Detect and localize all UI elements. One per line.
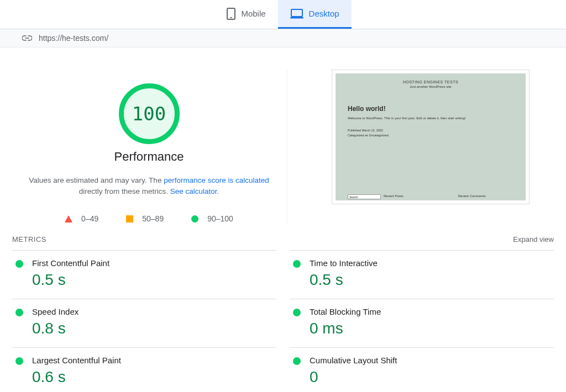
score-value: 100 (132, 103, 166, 125)
summary-section: 100 Performance Values are estimated and… (0, 47, 566, 229)
square-icon (126, 215, 133, 223)
score-description: Values are estimated and may vary. The p… (28, 175, 270, 197)
preview-site-title: HOSTING ENGINES TESTS (348, 80, 513, 84)
svg-rect-1 (230, 17, 232, 18)
metric-value: 0 (310, 368, 397, 386)
metric-label: Largest Contentful Paint (32, 356, 121, 365)
status-dot-icon (15, 357, 23, 365)
status-dot-icon (15, 309, 23, 316)
score-legend: 0–49 50–89 90–100 (28, 214, 270, 223)
metric-label: Cumulative Layout Shift (310, 356, 397, 365)
status-dot-icon (293, 260, 301, 268)
metric-value: 0.8 s (32, 320, 78, 337)
tab-mobile[interactable]: Mobile (214, 0, 277, 29)
metrics-title: METRICS (12, 235, 46, 243)
link-score-calc[interactable]: performance score is calculated (164, 176, 269, 184)
tab-mobile-label: Mobile (241, 9, 265, 18)
preview-footer: Search Recent Posts Recent Comments (336, 192, 526, 200)
metric-si: Speed Index 0.8 s (12, 299, 276, 347)
metric-value: 0.6 s (32, 368, 121, 386)
legend-mid: 50–89 (126, 214, 164, 223)
circle-icon (191, 215, 198, 223)
score-title: Performance (28, 150, 270, 164)
metric-tti: Time to Interactive 0.5 s (290, 250, 554, 299)
tab-desktop[interactable]: Desktop (278, 0, 352, 29)
expand-view-link[interactable]: Expand view (513, 235, 554, 243)
metric-label: First Contentful Paint (32, 258, 109, 268)
preview-search: Search (348, 194, 381, 199)
metric-tbt: Total Blocking Time 0 ms (290, 299, 554, 347)
metrics-grid: First Contentful Paint 0.5 s Time to Int… (0, 250, 566, 392)
preview-body: Welcome to WordPress. This is your first… (348, 116, 513, 120)
tab-desktop-label: Desktop (309, 9, 339, 18)
score-panel: 100 Performance Values are estimated and… (11, 70, 287, 223)
legend-low: 0–49 (65, 214, 98, 223)
metric-value: 0 ms (310, 320, 381, 337)
desktop-icon (290, 9, 303, 19)
status-dot-icon (15, 260, 23, 268)
metric-value: 0.5 s (310, 271, 378, 289)
score-gauge: 100 (119, 83, 180, 144)
svg-rect-2 (291, 9, 302, 17)
metric-label: Total Blocking Time (310, 307, 381, 316)
triangle-icon (65, 215, 72, 223)
link-icon (22, 34, 32, 43)
gauge-wrap: 100 (28, 83, 270, 144)
metric-fcp: First Contentful Paint 0.5 s (12, 250, 276, 299)
metric-label: Time to Interactive (310, 258, 378, 268)
metric-cls: Cumulative Layout Shift 0 (290, 347, 554, 392)
preview-meta: Published March 12, 2022 Categorized as … (348, 128, 513, 137)
preview-panel: HOSTING ENGINES TESTS Just another WordP… (287, 70, 555, 223)
url-bar: https://he-tests.com/ (0, 29, 566, 47)
page-screenshot: HOSTING ENGINES TESTS Just another WordP… (332, 70, 530, 204)
device-tabs: Mobile Desktop (0, 0, 566, 29)
metric-label: Speed Index (32, 307, 78, 316)
link-see-calculator[interactable]: See calculator (170, 187, 217, 195)
preview-site-subtitle: Just another WordPress site (348, 85, 513, 88)
preview-heading: Hello world! (348, 105, 513, 113)
metric-value: 0.5 s (32, 271, 109, 289)
svg-rect-3 (290, 17, 303, 19)
metric-lcp: Largest Contentful Paint 0.6 s (12, 347, 276, 392)
metrics-header: METRICS Expand view (0, 229, 566, 250)
status-dot-icon (293, 309, 301, 316)
status-dot-icon (293, 357, 301, 365)
legend-high: 90–100 (191, 214, 233, 223)
mobile-icon (227, 8, 235, 20)
tested-url: https://he-tests.com/ (39, 34, 108, 43)
